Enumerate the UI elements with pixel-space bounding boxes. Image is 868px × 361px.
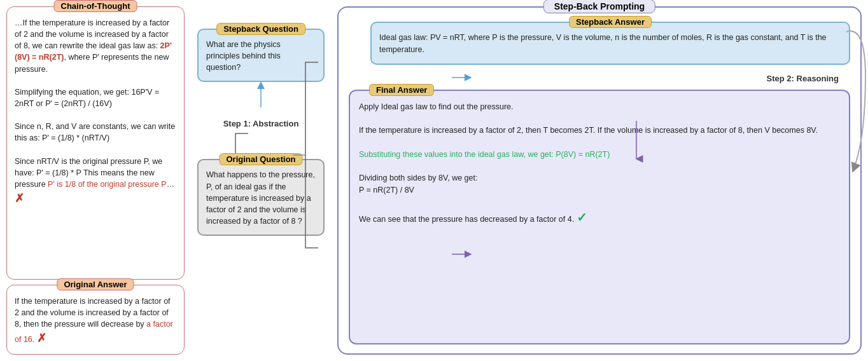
stepback-q-content: What are the physics principles behind t… xyxy=(206,39,316,73)
sb-answer-box: Stepback Answer Ideal gas law: PV = nRT,… xyxy=(370,22,850,65)
cot-xmark: ✗ xyxy=(15,192,24,205)
stepback-q-title: Stepback Question xyxy=(216,23,305,35)
orig-q-content: What happens to the pressure, P, of an i… xyxy=(206,169,316,227)
sb-ans-title: Stepback Answer xyxy=(569,16,652,28)
cot-title: Chain-of-Thought xyxy=(53,0,137,12)
final-answer-box: Final Answer Apply Ideal gas law to find… xyxy=(349,90,850,345)
final-ans-content: Apply Ideal gas law to find out the pres… xyxy=(359,101,840,228)
middle-panel: Stepback Question What are the physics p… xyxy=(191,6,331,355)
cot-content: …If the temperature is increased by a fa… xyxy=(15,17,176,207)
left-panel: Chain-of-Thought …If the temperature is … xyxy=(6,6,185,355)
orig-answer-title: Original Answer xyxy=(57,278,134,290)
sb-main-title: Step-Back Prompting xyxy=(543,0,655,13)
right-top-row: Stepback Answer Ideal gas law: PV = nRT,… xyxy=(349,22,850,65)
right-panel: Step-Back Prompting Stepback Answer Idea… xyxy=(337,6,862,355)
cot-box: Chain-of-Thought …If the temperature is … xyxy=(6,6,185,280)
cot-para2: Simplifying the equation, we get: 16P'V … xyxy=(15,88,159,108)
original-answer-box: Original Answer If the temperature is in… xyxy=(6,285,185,355)
step2-label: Step 2: Reasoning xyxy=(767,74,844,83)
final-ans-para2: If the temperature is increased by a fac… xyxy=(359,125,840,137)
step1-label: Step 1: Abstraction xyxy=(223,119,299,128)
final-ans-title: Final Answer xyxy=(369,84,434,96)
final-ans-para3: Dividing both sides by 8V, we get:P = nR… xyxy=(359,172,840,196)
check-mark: ✓ xyxy=(577,210,587,224)
arrow-bracket-svg xyxy=(197,133,325,146)
orig-q-title: Original Question xyxy=(219,153,302,165)
orig-answer-x: ✗ xyxy=(37,332,46,344)
sb-ans-text: Ideal gas law: PV = nRT, where P is the … xyxy=(379,33,827,54)
orig-answer-content: If the temperature is increased by a fac… xyxy=(15,296,176,346)
final-ans-para4: We can see that the pressure has decreas… xyxy=(359,208,840,227)
arrow-up-svg xyxy=(197,82,325,114)
stepback-question-box: Stepback Question What are the physics p… xyxy=(197,29,325,82)
final-ans-green: Substituting these values into the ideal… xyxy=(359,149,840,161)
cot-para3: Since n, R, and V are constants, we can … xyxy=(15,122,175,142)
cot-red2: P' is 1/8 of the original pressure P xyxy=(48,180,167,189)
final-ans-para1: Apply Ideal gas law to find out the pres… xyxy=(359,101,840,113)
sb-ans-content: Ideal gas law: PV = nRT, where P is the … xyxy=(379,32,841,56)
original-question-box: Original Question What happens to the pr… xyxy=(197,159,325,236)
cot-para1: …If the temperature is increased by a fa… xyxy=(15,18,169,50)
main-container: Chain-of-Thought …If the temperature is … xyxy=(0,0,868,361)
